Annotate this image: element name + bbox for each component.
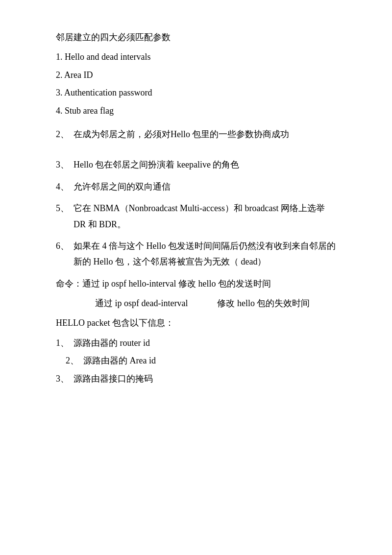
hello-header: HELLO packet 包含以下信息： [56, 315, 336, 331]
hello-item-1-text: 源路由器的 router id [74, 335, 150, 351]
section-6: 6、 如果在 4 倍与这个 Hello 包发送时间间隔后仍然没有收到来自邻居的新… [56, 238, 336, 270]
hello-item-3-text: 源路由器接口的掩码 [74, 371, 153, 386]
section-4-num: 4、 [56, 179, 74, 194]
intro-text: 邻居建立的四大必须匹配参数 [56, 29, 336, 45]
section-5-num: 5、 [56, 200, 74, 216]
section-5-text: 它在 NBMA（Nonbroadcast Multi-access）和 broa… [74, 200, 336, 232]
section-4-text: 允许邻居之间的双向通信 [74, 179, 336, 194]
list-item-2: 2. Area ID [56, 67, 336, 83]
hello-item-3-num: 3、 [56, 371, 74, 386]
command-2-text: 通过 ip ospf dead-interval [95, 295, 188, 311]
list-item-4: 4. Stub area flag [56, 103, 336, 119]
section-3-num: 3、 [56, 157, 74, 172]
command-2-spacer [188, 295, 217, 311]
command-2-indent-space [56, 295, 95, 311]
section-4: 4、 允许邻居之间的双向通信 [56, 179, 336, 194]
command-1-prefix: 命令：通过 ip ospf hello-interval [56, 279, 176, 289]
section-2: 2、 在成为邻居之前，必须对Hello 包里的一些参数协商成功 [56, 126, 336, 142]
list-item-1: 1. Hello and dead intervals [56, 49, 336, 65]
hello-sub-list: 1、 源路由器的 router id 2、 源路由器的 Area id 3、 源… [56, 335, 336, 386]
page-content: 邻居建立的四大必须匹配参数 1. Hello and dead interval… [0, 0, 392, 418]
section-3: 3、 Hello 包在邻居之间扮演着 keepalive 的角色 [56, 157, 336, 172]
hello-item-1-num: 1、 [56, 335, 74, 351]
section-6-text: 如果在 4 倍与这个 Hello 包发送时间间隔后仍然没有收到来自邻居的新的 H… [74, 238, 336, 270]
command-2-suffix: 修改 hello 包的失效时间 [217, 295, 310, 311]
command-line-1: 命令：通过 ip ospf hello-interval 修改 hello 包的… [56, 276, 336, 291]
hello-item-3: 3、 源路由器接口的掩码 [56, 371, 336, 386]
section-2-text: 在成为邻居之前，必须对Hello 包里的一些参数协商成功 [74, 126, 336, 142]
hello-item-2-text: 源路由器的 Area id [83, 353, 156, 368]
section-2-num: 2、 [56, 126, 74, 142]
hello-item-2: 2、 源路由器的 Area id [56, 353, 336, 368]
command-1-suffix: 修改 hello 包的发送时间 [178, 279, 271, 289]
section-3-text: Hello 包在邻居之间扮演着 keepalive 的角色 [74, 157, 336, 172]
command-line-2-wrapper: 通过 ip ospf dead-interval 修改 hello 包的失效时间 [56, 295, 336, 311]
hello-item-1: 1、 源路由器的 router id [56, 335, 336, 351]
hello-item-2-num: 2、 [66, 353, 83, 368]
numbered-list: 1. Hello and dead intervals 2. Area ID 3… [56, 49, 336, 119]
list-item-3: 3. Authentication password [56, 85, 336, 100]
section-6-num: 6、 [56, 238, 74, 254]
section-5: 5、 它在 NBMA（Nonbroadcast Multi-access）和 b… [56, 200, 336, 232]
